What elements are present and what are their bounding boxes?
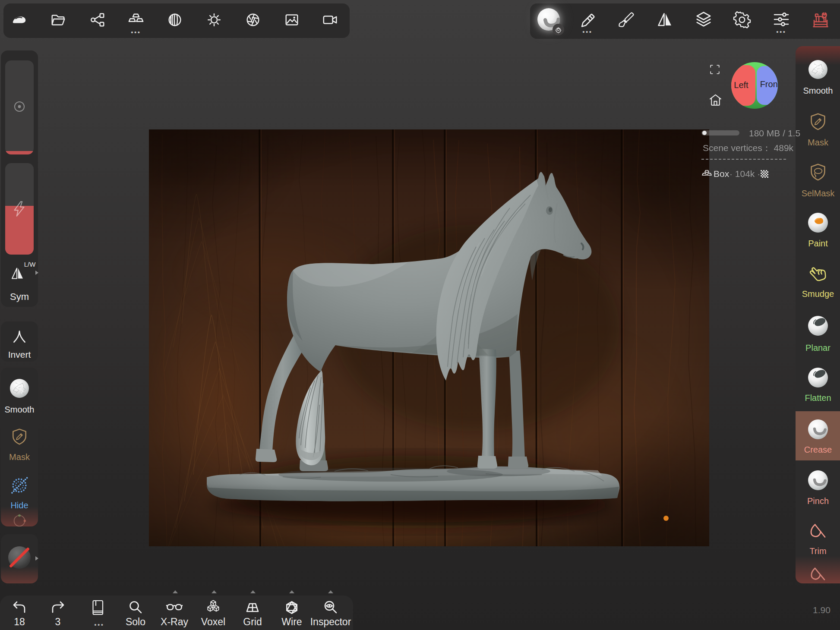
svg-text:Front: Front [760, 79, 778, 89]
svg-text:Left: Left [734, 80, 748, 90]
